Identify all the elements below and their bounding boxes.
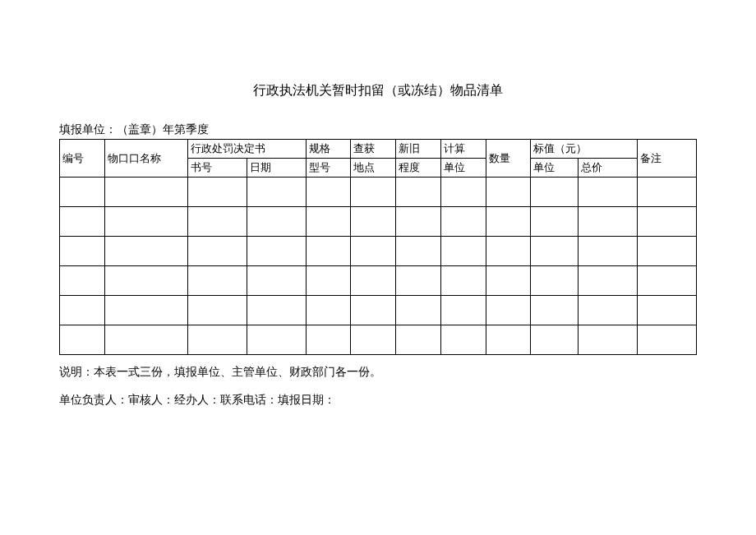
th-spec: 规格: [306, 140, 351, 159]
th-note: 备注: [637, 140, 696, 178]
th-calc-unit: 计算: [440, 140, 486, 159]
th-value-group: 标值（元）: [531, 140, 638, 159]
table-row: [60, 296, 697, 325]
th-loc: 查获: [351, 140, 396, 159]
table-row: [60, 178, 697, 207]
table-row: [60, 325, 697, 355]
signature-line: 单位负责人：审核人：经办人：联系电话：填报日期：: [59, 386, 697, 414]
th-book-no: 书号: [187, 159, 247, 178]
th-number: 编号: [60, 140, 105, 178]
th-date: 日期: [247, 159, 306, 178]
th-value-unit: 单位: [531, 159, 579, 178]
th-place: 地点: [351, 159, 396, 178]
th-item-name: 物口口名称: [104, 140, 187, 178]
table-row: [60, 266, 697, 296]
document-title: 行政执法机关暂时扣留（或冻结）物品清单: [59, 82, 697, 99]
th-decision-book: 行政处罚决定书: [187, 140, 306, 159]
form-description: 说明：本表一式三份，填报单位、主管单位、财政部门各一份。: [59, 358, 697, 386]
th-unit2: 单位: [440, 159, 486, 178]
filling-unit-line: 填报单位：（盖章）年第季度: [59, 122, 697, 137]
table-row: [60, 237, 697, 266]
th-cond: 新旧: [396, 140, 441, 159]
th-degree: 程度: [396, 159, 441, 178]
items-table: 编号 物口口名称 行政处罚决定书 规格 查获 新旧 计算 数量 标值（元） 备注…: [59, 139, 697, 355]
th-model: 型号: [306, 159, 351, 178]
table-row: [60, 207, 697, 237]
th-total: 总价: [578, 159, 637, 178]
th-qty: 数量: [486, 140, 531, 178]
